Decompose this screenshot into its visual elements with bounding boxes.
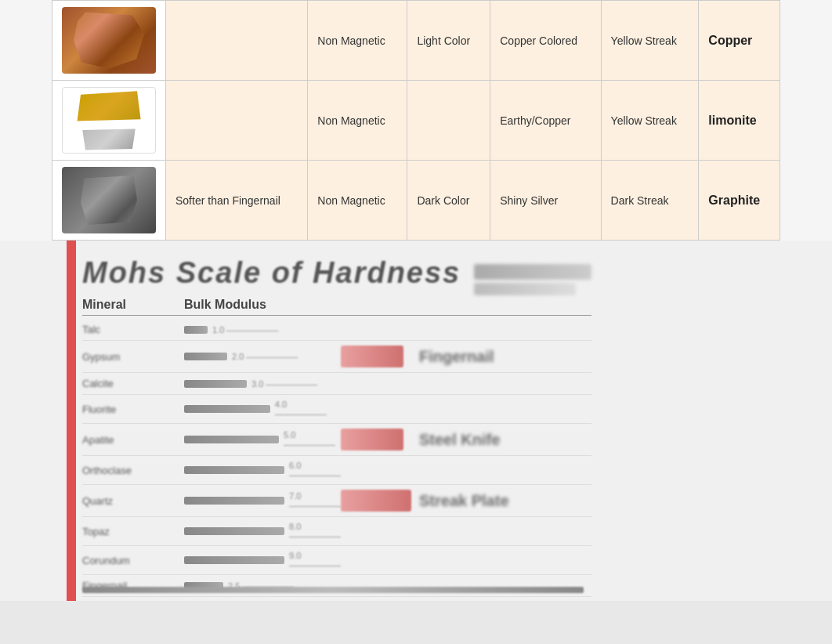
mohs-mineral-name: Apatite: [82, 434, 184, 446]
header-bulk-modulus: Bulk Modulus: [184, 298, 341, 312]
limonite-image: [62, 87, 156, 154]
mineral-image-cell: [52, 1, 166, 81]
mohs-mineral-name: Talc: [82, 324, 184, 335]
limonite-container: [74, 89, 144, 151]
mohs-bar-cell: 5.0 ——————: [184, 430, 341, 449]
mohs-bar: [184, 436, 279, 443]
magnetic-cell: Non Magnetic: [308, 161, 407, 241]
red-vertical-bar: [67, 241, 76, 601]
graphite-image: [62, 167, 156, 233]
hardness-cell: [166, 1, 308, 81]
mineral-name-cell: limonite: [699, 81, 780, 161]
streak-value: Yellow Streak: [611, 34, 677, 47]
copper-shape: [70, 9, 148, 72]
mohs-bar: [184, 527, 284, 535]
mohs-scale-section: Mohs Scale of Hardness Mineral Bulk Modu…: [0, 241, 832, 601]
color-cell: Dark Color: [407, 161, 490, 241]
mineral-name-cell: Graphite: [699, 161, 780, 241]
mohs-decoration: [474, 264, 591, 295]
mohs-bar: [184, 380, 247, 388]
streak-color-value: Earthy/Copper: [500, 114, 570, 127]
mohs-bar-cell: 3.0 ——————: [184, 379, 341, 389]
table-row: Softer than Fingernail Non Magnetic Dark…: [52, 161, 780, 241]
mohs-content: Mohs Scale of Hardness Mineral Bulk Modu…: [82, 256, 591, 597]
color-cell: Light Color: [407, 1, 490, 81]
mohs-mineral-name: Gypsum: [82, 351, 184, 363]
mineral-image-cell: [52, 81, 166, 161]
mohs-row-calcite: Calcite 3.0 ——————: [82, 373, 591, 395]
mohs-pink-indicator: [341, 346, 403, 367]
mohs-row-gypsum: Gypsum 2.0 —————— Fingernail: [82, 341, 591, 373]
mohs-mineral-name: Calcite: [82, 378, 184, 389]
mohs-bar-cell: 2.0 ——————: [184, 352, 341, 361]
magnetic-cell: Non Magnetic: [308, 1, 407, 81]
streak-value: Yellow Streak: [611, 114, 677, 127]
mineral-name-cell: Copper: [699, 1, 780, 81]
mohs-bar-cell: 1.0 ——————: [184, 325, 341, 335]
magnetic-value: Non Magnetic: [317, 114, 385, 127]
deco-bar-1: [474, 264, 591, 280]
mineral-image-cell: [52, 161, 166, 241]
mohs-special-label: Fingernail: [419, 348, 576, 366]
streak-color-cell: Shiny Silver: [490, 161, 601, 241]
header-mineral: Mineral: [82, 298, 184, 312]
mohs-row-fluorite: Fluorite 4.0 ——————: [82, 395, 591, 424]
mohs-bar: [184, 466, 284, 474]
mohs-pink-indicator: [341, 429, 403, 450]
table-row: Non Magnetic Light Color Copper Colored …: [52, 1, 780, 81]
mohs-bar-cell: 9.0 ——————: [184, 551, 341, 570]
mohs-bar-cell: 8.0 ——————: [184, 522, 341, 541]
table-row: Non Magnetic Earthy/Copper Yellow Streak…: [52, 81, 780, 161]
mineral-name: Copper: [708, 34, 752, 47]
hardness-cell: Softer than Fingernail: [166, 161, 308, 241]
header-col4: [419, 298, 576, 312]
mohs-bar: [184, 326, 208, 334]
minerals-table-section: Non Magnetic Light Color Copper Colored …: [0, 0, 832, 241]
streak-color-cell: Earthy/Copper: [490, 81, 601, 161]
mineral-name: limonite: [708, 114, 756, 127]
hardness-value: Softer than Fingernail: [175, 194, 280, 207]
streak-value: Dark Streak: [611, 194, 669, 207]
streak-color-cell: Copper Colored: [490, 1, 601, 81]
mohs-row-talc: Talc 1.0 ——————: [82, 319, 591, 341]
mohs-pink-indicator: [341, 490, 411, 512]
graphite-shape: [74, 173, 144, 228]
mohs-bar: [184, 497, 284, 505]
mohs-row-quartz: Quartz 7.0 —————— Streak Plate: [82, 485, 591, 517]
minerals-table: Non Magnetic Light Color Copper Colored …: [52, 0, 780, 241]
mohs-row-fingernail: Fingernail 2.5 ——————: [82, 575, 591, 597]
mohs-row-topaz: Topaz 8.0 ——————: [82, 517, 591, 546]
deco-bar-2: [474, 283, 576, 295]
streak-cell: Yellow Streak: [601, 81, 699, 161]
mohs-row-corundum: Corundum 9.0 ——————: [82, 546, 591, 575]
mohs-mineral-name: Topaz: [82, 526, 184, 537]
mohs-bar: [184, 556, 284, 564]
mohs-table-headers: Mineral Bulk Modulus: [82, 298, 591, 316]
limonite-bottom-shape: [80, 128, 139, 151]
mohs-row-apatite: Apatite 5.0 —————— Steel Knife: [82, 424, 591, 456]
mohs-bar: [184, 353, 227, 360]
magnetic-value: Non Magnetic: [317, 34, 385, 47]
mohs-special-label: Streak Plate: [419, 492, 576, 510]
header-col3: [341, 298, 419, 312]
mohs-mineral-name: Orthoclase: [82, 465, 184, 476]
mohs-row-orthoclase: Orthoclase 6.0 ——————: [82, 456, 591, 485]
magnetic-cell: Non Magnetic: [308, 81, 407, 161]
hardness-cell: [166, 81, 308, 161]
mohs-bottom-line: [82, 587, 584, 593]
mohs-bar-cell: 6.0 ——————: [184, 461, 341, 479]
streak-color-value: Copper Colored: [500, 34, 577, 47]
mohs-bar-cell: 4.0 ——————: [184, 400, 341, 418]
magnetic-value: Non Magnetic: [317, 194, 385, 207]
mohs-bar-cell: 7.0 ——————: [184, 491, 341, 510]
mohs-mineral-name: Fluorite: [82, 403, 184, 415]
streak-cell: Dark Streak: [601, 161, 699, 241]
color-value: Dark Color: [417, 194, 469, 207]
mohs-mineral-name: Quartz: [82, 495, 184, 507]
mohs-mineral-name: Corundum: [82, 555, 184, 566]
color-cell: [407, 81, 490, 161]
copper-image: [62, 7, 156, 74]
mohs-bar: [184, 405, 270, 413]
limonite-top-shape: [74, 89, 144, 125]
streak-cell: Yellow Streak: [601, 1, 699, 81]
